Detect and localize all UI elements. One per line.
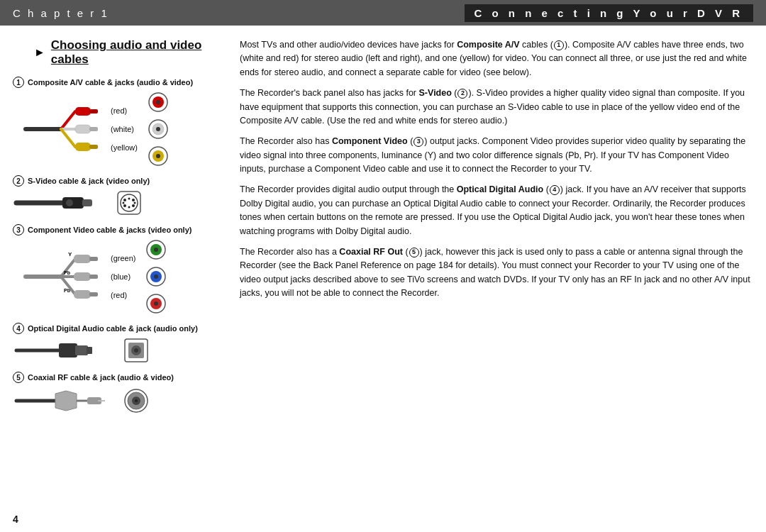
cable-2-title: 2 S-Video cable & jack (video only) [13,175,226,187]
svg-rect-42 [89,292,98,297]
svg-point-62 [134,348,138,353]
svideo-cable-svg [13,190,105,216]
section-title: Choosing audio and video cables [51,38,226,67]
svg-point-27 [123,204,126,207]
jack-yellow [148,145,169,167]
inline-num-1: 1 [554,40,564,50]
svg-line-3 [61,129,75,147]
svg-text:Pb: Pb [64,288,70,293]
svg-rect-41 [74,290,91,299]
cable-group-5: 5 Coaxial RF cable & jack (audio & video… [13,372,226,415]
svg-point-21 [66,199,73,206]
svg-point-30 [128,206,131,209]
paragraph-2: The Recorder's back panel also has jacks… [240,87,753,128]
svg-rect-57 [75,345,88,355]
paragraph-4: The Recorder provides digital audio outp… [240,183,753,238]
composite-jacks [148,92,169,167]
inline-num-3: 3 [413,137,423,147]
cable-group-2: 2 S-Video cable & jack (video only) [13,175,226,216]
svg-text:Pb: Pb [64,270,70,275]
cable-group-4: 4 Optical Digital Audio cable & jack (au… [13,323,226,363]
svg-point-18 [156,154,160,158]
svg-point-25 [123,199,126,201]
page-header: C h a p t e r 1 C o n n e c t i n g Y o … [0,0,766,26]
component-labels: (green) (blue) (red) [111,254,135,299]
svg-rect-56 [59,343,77,358]
svg-point-15 [156,127,160,131]
jack-white [148,118,169,140]
right-column: Most TVs and other audio/video devices h… [240,38,753,525]
jack-red-component [145,293,167,314]
paragraph-3: The Recorder also has Component Video (3… [240,135,753,176]
optical-cable-svg [13,338,112,363]
section-heading: ► Choosing audio and video cables [34,38,226,67]
cable-group-3: 3 Component Video cable & jacks (video o… [13,224,226,314]
svg-line-1 [61,111,75,129]
svg-rect-6 [75,125,91,133]
cable-4-title: 4 Optical Digital Audio cable & jack (au… [13,323,226,334]
coaxial-cable-svg [13,387,112,415]
component-illustration: Y Pb Pb (green) (blue) (red) [18,239,226,314]
optical-jack-svg [123,338,149,363]
page-title: C o n n e c t i n g Y o u r D V R [465,4,753,22]
svg-point-48 [154,248,158,252]
cable-5-badge: 5 [13,372,24,383]
cable-1-badge: 1 [13,77,24,88]
inline-num-2: 2 [457,89,467,99]
inline-num-4: 4 [550,185,560,195]
svg-rect-37 [74,255,91,263]
optical-illustration [13,338,226,363]
svg-point-54 [154,301,158,306]
component-jacks [145,239,167,314]
composite-labels: (red) (white) (yellow) [111,106,138,152]
svg-rect-40 [89,275,98,279]
page-number: 4 [13,514,18,525]
left-column: ► Choosing audio and video cables 1 Comp… [13,38,226,525]
svg-point-28 [132,204,135,207]
cable-3-badge: 3 [13,224,24,235]
svg-rect-58 [87,347,92,354]
cable-group-1: 1 Composite A/V cable & jacks (audio & v… [13,77,226,167]
paragraph-1: Most TVs and other audio/video devices h… [240,38,753,79]
svg-marker-64 [55,391,77,411]
coaxial-illustration [13,387,226,415]
svg-point-51 [154,275,158,279]
svg-point-32 [134,202,136,204]
svg-rect-9 [89,145,98,149]
cable-3-title: 3 Component Video cable & jacks (video o… [13,224,226,235]
component-cable-svg: Y Pb Pb [18,248,111,305]
paragraph-5: The Recorder also has a Coaxial RF Out (… [240,245,753,301]
svideo-jack-svg [116,190,142,216]
jack-red [148,92,169,113]
arrow-icon: ► [34,46,45,59]
chapter-label: C h a p t e r 1 [13,7,109,19]
composite-cable-svg [18,101,111,157]
svg-rect-22 [82,199,92,206]
jack-blue [145,266,167,287]
svg-rect-7 [89,127,98,131]
svg-rect-5 [89,109,98,113]
main-content: ► Choosing audio and video cables 1 Comp… [0,26,766,532]
cable-1-illustration: (red) (white) (yellow) [18,92,226,167]
svg-point-31 [123,202,125,204]
svg-point-71 [135,399,138,402]
svg-text:Y: Y [68,251,72,257]
svg-rect-8 [75,143,91,151]
svg-point-26 [132,199,135,201]
svg-rect-39 [74,272,91,281]
svg-point-29 [128,198,131,200]
inline-num-5: 5 [409,248,419,257]
svg-point-12 [156,100,160,104]
cable-5-title: 5 Coaxial RF cable & jack (audio & video… [13,372,226,383]
cable-1-title: 1 Composite A/V cable & jacks (audio & v… [13,77,226,88]
svg-rect-4 [75,107,91,116]
cable-2-badge: 2 [13,175,24,187]
jack-green [145,239,167,260]
coaxial-jack-svg [123,388,149,414]
svideo-illustration [13,190,226,216]
cable-4-badge: 4 [13,323,24,334]
svg-rect-38 [89,257,98,261]
